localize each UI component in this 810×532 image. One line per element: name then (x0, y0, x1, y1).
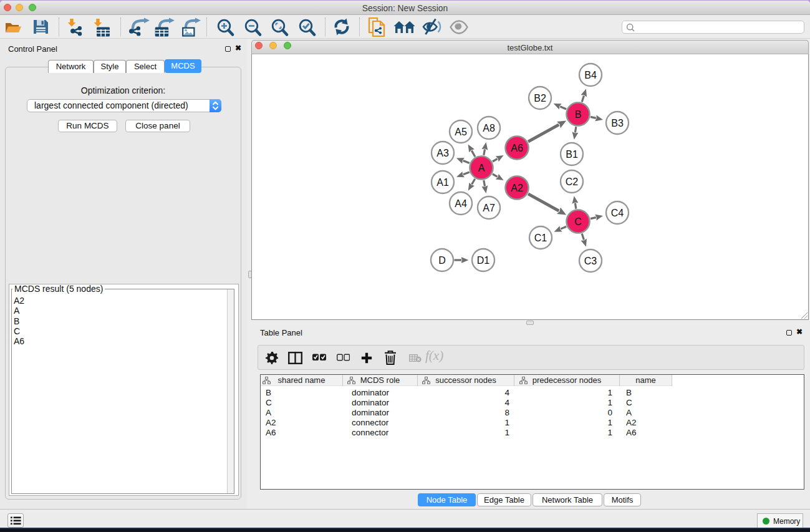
svg-text:D: D (438, 255, 446, 266)
svg-text:A: A (478, 163, 485, 173)
svg-text:A6: A6 (511, 143, 523, 153)
svg-text:A7: A7 (483, 203, 495, 213)
svg-text:B2: B2 (534, 93, 546, 104)
svg-text:A8: A8 (483, 123, 495, 133)
svg-text:C3: C3 (584, 256, 597, 266)
svg-text:B3: B3 (611, 118, 624, 128)
svg-text:A4: A4 (455, 198, 467, 209)
svg-text:A5: A5 (455, 127, 467, 137)
svg-text:B4: B4 (584, 70, 597, 80)
svg-text:C4: C4 (611, 208, 624, 218)
svg-text:C2: C2 (566, 177, 579, 187)
svg-text:A3: A3 (436, 148, 449, 158)
svg-text:A1: A1 (436, 177, 449, 188)
svg-text:C1: C1 (534, 233, 547, 243)
svg-text:D1: D1 (477, 255, 490, 266)
svg-text:A2: A2 (511, 183, 523, 193)
svg-text:B: B (575, 109, 582, 120)
svg-text:B1: B1 (566, 149, 578, 160)
svg-text:C: C (574, 216, 582, 227)
